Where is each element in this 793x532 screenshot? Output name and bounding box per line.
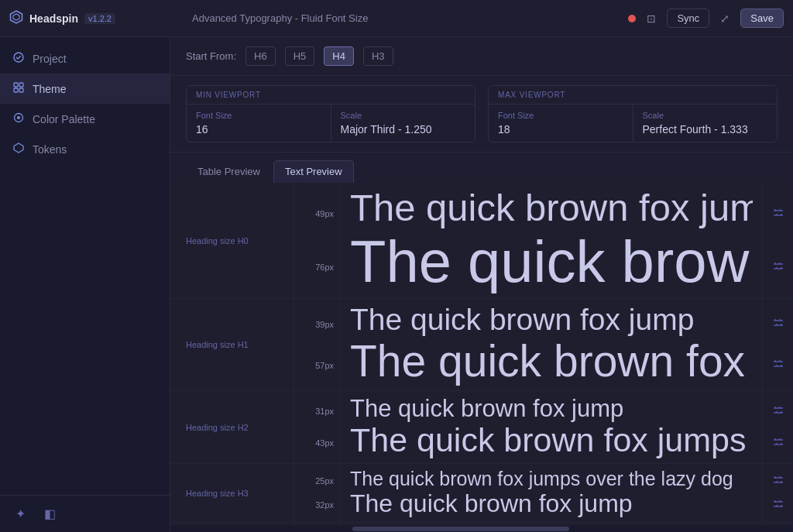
row-preview-col: The quick brown fox jumps over the lThe … (341, 183, 762, 298)
row-preview-col: The quick brown fox jumps over the lazy … (341, 464, 762, 522)
svg-point-6 (17, 116, 20, 119)
max-font-size-field: Font Size 18 (489, 105, 633, 142)
row-settings-icon-2[interactable] (773, 359, 784, 372)
table-row: Heading size H139px57pxThe quick brown f… (170, 299, 793, 391)
row-label-col: Heading size H0 (170, 183, 294, 298)
max-viewport-header: MAX VIEWPORT (489, 86, 777, 105)
tab-table-preview[interactable]: Table Preview (186, 160, 272, 183)
sidebar-item-tokens-label: Tokens (33, 143, 67, 156)
main-layout: Project Theme (0, 37, 793, 532)
sidebar-item-theme[interactable]: Theme (0, 74, 170, 104)
h-scrollbar[interactable] (170, 526, 793, 532)
max-scale-value[interactable]: Perfect Fourth - 1.333 (643, 123, 768, 136)
color-palette-icon (12, 112, 25, 126)
sidebar-item-color-palette[interactable]: Color Palette (0, 104, 170, 134)
row-sizes-col: 31px43px (294, 391, 341, 463)
row-preview-col: The quick brown fox jumpThe quick brown … (341, 391, 762, 463)
row-settings-icon-2[interactable] (773, 261, 784, 274)
preview-text: The quick brown fox jumps ov (350, 337, 753, 386)
sidebar: Project Theme (0, 37, 170, 532)
min-viewport-card: MIN VIEWPORT Font Size 16 Scale Major Th… (186, 85, 475, 142)
preview-tabs: Table Preview Text Preview (170, 153, 793, 183)
content-header: Start From: H6 H5 H4 H3 (170, 37, 793, 76)
start-from-label: Start From: (186, 50, 236, 62)
sidebar-item-tokens[interactable]: Tokens (0, 134, 170, 164)
topbar-left: Headspin v1.2.2 (9, 10, 180, 27)
max-font-size-label: Font Size (498, 111, 623, 120)
layout-bottom-btn[interactable]: ◧ (41, 503, 59, 524)
logo-icon (9, 10, 23, 27)
row-label: Heading size H2 (186, 423, 278, 432)
min-viewport-header: MIN VIEWPORT (187, 86, 475, 105)
min-font-size-label: Font Size (196, 111, 321, 120)
sync-button[interactable]: Sync (667, 9, 709, 28)
row-label: Heading size H3 (186, 489, 278, 498)
preview-text: The quick brown fox jumps over the l (350, 187, 753, 229)
table-row: Heading size H325px32pxThe quick brown f… (170, 464, 793, 523)
preview-text: The quick brown fox jumps over the l (350, 422, 753, 458)
row-settings-col (762, 183, 793, 298)
row-settings-col (762, 299, 793, 390)
topbar: Headspin v1.2.2 Advanced Typography - Fl… (0, 0, 793, 37)
sidebar-item-project[interactable]: Project (0, 43, 170, 74)
max-viewport-card: MAX VIEWPORT Font Size 18 Scale Perfect … (488, 85, 778, 142)
preview-text: The quick brown fox jump (350, 490, 753, 517)
preview-area[interactable]: Heading size H049px76pxThe quick brown f… (170, 183, 793, 526)
row-settings-icon-2[interactable] (773, 437, 784, 450)
sidebar-item-theme-label: Theme (33, 83, 67, 95)
content: Start From: H6 H5 H4 H3 MIN VIEWPORT Fon… (170, 37, 793, 532)
row-settings-icon-2[interactable] (773, 499, 784, 512)
topbar-right: ⊡ Sync ⤢ Save (628, 9, 784, 28)
tokens-icon (12, 142, 25, 156)
start-from-row: Start From: H6 H5 H4 H3 (186, 46, 778, 66)
preview-text: The quick brown fox jumps over the lazy … (350, 469, 753, 490)
app-name: Headspin (29, 12, 78, 25)
row-sizes-col: 25px32px (294, 464, 341, 522)
sidebar-bottom: ✦ ◧ (0, 495, 170, 532)
preview-text: The quick brown fox jump (350, 396, 753, 422)
tab-text-preview[interactable]: Text Preview (273, 160, 354, 183)
size-item: 43px (300, 438, 334, 448)
row-label-col: Heading size H1 (170, 299, 294, 390)
h3-button[interactable]: H3 (363, 46, 393, 66)
h6-button[interactable]: H6 (245, 46, 276, 66)
h5-button[interactable]: H5 (285, 46, 315, 66)
row-settings-icon[interactable] (773, 208, 784, 221)
row-settings-col (762, 464, 793, 522)
size-item: 57px (300, 361, 334, 370)
sidebar-item-color-palette-label: Color Palette (33, 113, 95, 125)
size-item: 32px (300, 500, 334, 510)
min-scale-value[interactable]: Major Third - 1.250 (341, 123, 466, 136)
min-font-size-value[interactable]: 16 (196, 123, 321, 136)
h4-button[interactable]: H4 (324, 46, 354, 66)
record-dot[interactable] (628, 15, 636, 22)
save-button[interactable]: Save (740, 9, 784, 28)
size-item: 76px (300, 263, 334, 272)
max-font-size-value[interactable]: 18 (498, 123, 623, 136)
breadcrumb: Advanced Typography - Fluid Font Size (192, 12, 368, 24)
h-scrollbar-thumb[interactable] (352, 527, 569, 531)
row-settings-icon[interactable] (773, 317, 784, 331)
fullscreen-icon-btn[interactable]: ⤢ (716, 9, 734, 28)
settings-bottom-btn[interactable]: ✦ (12, 503, 29, 524)
svg-point-0 (14, 53, 23, 62)
min-scale-label: Scale (341, 111, 466, 120)
min-scale-field: Scale Major Third - 1.250 (331, 105, 475, 142)
row-settings-icon[interactable] (773, 475, 784, 488)
svg-rect-4 (19, 88, 23, 92)
row-label-col: Heading size H3 (170, 464, 294, 522)
theme-icon (12, 81, 25, 96)
max-scale-field: Scale Perfect Fourth - 1.333 (633, 105, 778, 142)
row-label: Heading size H0 (186, 236, 278, 245)
topbar-center: Advanced Typography - Fluid Font Size (180, 12, 628, 24)
expand-icon-btn[interactable]: ⊡ (642, 9, 661, 28)
viewport-section: MIN VIEWPORT Font Size 16 Scale Major Th… (170, 76, 793, 153)
row-settings-icon[interactable] (773, 405, 784, 418)
version-badge: v1.2.2 (84, 13, 115, 24)
row-settings-col (762, 391, 793, 463)
size-item: 25px (300, 476, 334, 486)
sidebar-item-project-label: Project (33, 53, 67, 65)
preview-text: The quick brown fo (350, 229, 753, 294)
size-item: 49px (300, 209, 334, 218)
max-viewport-body: Font Size 18 Scale Perfect Fourth - 1.33… (489, 105, 777, 142)
